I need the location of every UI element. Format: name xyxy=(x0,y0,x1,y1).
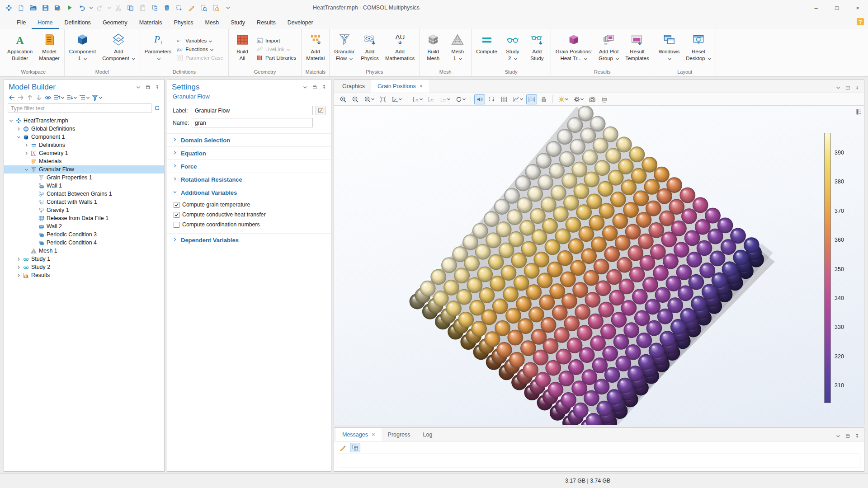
tree-item-global-definitions[interactable]: Global Definitions xyxy=(4,125,164,133)
run-button[interactable] xyxy=(64,2,75,14)
show-button[interactable] xyxy=(44,94,52,102)
save-as-button[interactable] xyxy=(52,2,63,14)
ribbon-tab-home[interactable]: Home xyxy=(32,17,58,29)
grain-positions-button[interactable]: Grain Positions:Heat Tr... xyxy=(552,30,595,68)
tree-item-study-2[interactable]: Study 2 xyxy=(4,263,164,271)
tree-item-contact-between-grains-1[interactable]: DContact Between Grains 1 xyxy=(4,190,164,198)
add-component-button[interactable]: AddComponent xyxy=(99,30,138,68)
add-mathematics-button[interactable]: ΔUAddMathematics xyxy=(382,30,418,68)
undo-button-dropdown[interactable] xyxy=(88,7,94,9)
tree-expander-icon[interactable] xyxy=(15,135,22,139)
study-2-button[interactable]: Study2 xyxy=(500,30,525,68)
tree-item-study-1[interactable]: Study 1 xyxy=(4,255,164,263)
lock-axes-button[interactable] xyxy=(538,94,549,104)
filter-input[interactable] xyxy=(8,103,151,113)
zoom-extents-button[interactable] xyxy=(377,94,388,104)
plot-button[interactable] xyxy=(511,94,525,104)
windows-button[interactable]: Windows xyxy=(656,30,683,68)
tree-item-component-1[interactable]: Component 1 xyxy=(4,133,164,141)
sound-button[interactable] xyxy=(474,94,485,104)
new-file-button[interactable] xyxy=(15,2,27,14)
ribbon-tab-study[interactable]: Study xyxy=(225,17,251,29)
close-icon[interactable]: × xyxy=(372,431,375,438)
ribbon-tab-results[interactable]: Results xyxy=(251,17,282,29)
checkbox-checked-icon[interactable] xyxy=(174,202,179,208)
tree-item-gravity-1[interactable]: DGravity 1 xyxy=(4,206,164,214)
grain-plot-canvas[interactable] xyxy=(334,106,864,425)
tree-expander-icon[interactable] xyxy=(23,143,30,147)
tree-expander-icon[interactable] xyxy=(15,257,22,261)
view-zx-button[interactable]: zx xyxy=(438,94,452,104)
graphics-view[interactable]: 390380370360350340330320310 xyxy=(334,106,864,425)
copy-button[interactable] xyxy=(124,2,136,14)
move-down-button[interactable] xyxy=(35,94,43,102)
checkbox-compute-grain-temperature[interactable]: Compute grain temperature xyxy=(174,200,331,210)
search-button[interactable] xyxy=(210,2,222,14)
tree-item-materials[interactable]: Materials xyxy=(4,157,164,165)
undo-button[interactable] xyxy=(76,2,88,14)
tree-item-wall-2[interactable]: Wall 2 xyxy=(4,222,164,230)
redo-button[interactable] xyxy=(94,2,106,14)
redo-button-dropdown[interactable] xyxy=(106,7,112,9)
pin-panel-icon[interactable] xyxy=(321,84,327,90)
section-domain-selection[interactable]: Domain Selection xyxy=(167,133,331,146)
add-physics-button[interactable]: AddPhysics xyxy=(358,30,382,68)
zoom-out-button[interactable] xyxy=(350,94,361,104)
tree-item-definitions[interactable]: Definitions xyxy=(4,141,164,149)
zoom-in-button[interactable] xyxy=(338,94,349,104)
component-1-button[interactable]: Component1 xyxy=(66,30,99,68)
tree-item-granular-flow[interactable]: Granular Flow xyxy=(4,165,164,174)
node-label-button[interactable] xyxy=(78,94,90,102)
result-templates-button[interactable]: ResultTemplates xyxy=(622,30,652,68)
qat-overflow-button[interactable] xyxy=(222,2,234,14)
section-rotational-resistance[interactable]: Rotational Resistance xyxy=(167,173,331,186)
pin-panel-icon[interactable] xyxy=(154,84,160,90)
minimize-button[interactable]: – xyxy=(806,0,826,15)
tree-item-periodic-condition-4[interactable]: Periodic Condition 4 xyxy=(4,239,164,247)
ribbon-tab-geometry[interactable]: Geometry xyxy=(97,17,133,29)
label-input[interactable] xyxy=(192,106,313,115)
rename-button[interactable] xyxy=(316,106,326,115)
ribbon-tab-file[interactable]: File xyxy=(11,17,32,29)
collapse-panel-icon[interactable] xyxy=(135,84,142,90)
checkbox-compute-conductive-heat-transfer[interactable]: Compute conductive heat transfer xyxy=(174,210,331,220)
scene-light-button[interactable] xyxy=(556,94,570,104)
rotate-view-button[interactable] xyxy=(453,94,467,104)
tree-expander-icon[interactable] xyxy=(8,119,14,123)
tree-expander-icon[interactable] xyxy=(15,273,22,277)
mesh-1-button[interactable]: Mesh1 xyxy=(445,30,470,68)
view-yz-button[interactable]: yz xyxy=(426,94,437,104)
select-box-button[interactable] xyxy=(486,94,497,104)
table-button[interactable] xyxy=(499,94,509,104)
ribbon-tab-physics[interactable]: Physics xyxy=(168,17,199,29)
parameter-case-button[interactable]: PiParameter Case xyxy=(176,54,223,61)
tree-expander-icon[interactable] xyxy=(15,265,22,269)
granular-flow-button[interactable]: GranularFlow xyxy=(331,30,358,68)
section-dependent-variables[interactable]: Dependent Variables xyxy=(167,233,331,246)
tab-progress[interactable]: Progress xyxy=(382,428,417,441)
add-study-button[interactable]: AddStudy xyxy=(525,30,549,68)
refresh-filter-icon[interactable] xyxy=(154,104,160,113)
tab-messages[interactable]: Messages× xyxy=(336,428,382,441)
build-mesh-button[interactable]: BuildMesh xyxy=(421,30,445,68)
application-builder-button[interactable]: AApplicationBuilder xyxy=(4,30,36,68)
close-icon[interactable]: × xyxy=(420,83,423,89)
cut-button[interactable] xyxy=(112,2,124,14)
duplicate-button[interactable] xyxy=(149,2,160,14)
add-plot-group-button[interactable]: Add PlotGroup xyxy=(595,30,622,68)
collapse-panel-icon[interactable] xyxy=(302,84,308,90)
expand-button[interactable] xyxy=(53,94,65,102)
maximize-button[interactable]: □ xyxy=(826,0,847,15)
section-additional-variables[interactable]: Additional Variables xyxy=(167,186,331,199)
snapshot-button[interactable] xyxy=(587,94,598,104)
add-material-button[interactable]: AddMaterial xyxy=(303,30,328,68)
select-button[interactable] xyxy=(173,2,185,14)
ribbon-tab-developer[interactable]: Developer xyxy=(282,17,319,29)
tree-item-geometry-1[interactable]: AGeometry 1 xyxy=(4,149,164,157)
float-panel-icon[interactable] xyxy=(844,433,851,439)
nav-forward-button[interactable] xyxy=(17,94,25,102)
tree-expander-icon[interactable] xyxy=(15,127,22,131)
zoom-box-button[interactable] xyxy=(362,94,376,104)
ribbon-tab-materials[interactable]: Materials xyxy=(133,17,168,29)
open-file-button[interactable] xyxy=(27,2,39,14)
